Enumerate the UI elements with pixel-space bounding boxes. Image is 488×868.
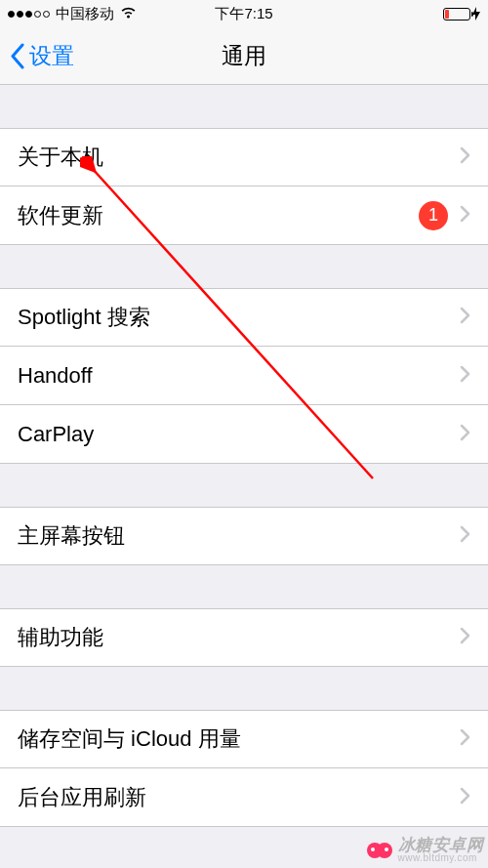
settings-row-label: 软件更新 [18, 201, 103, 230]
charging-icon [472, 7, 480, 21]
row-right [460, 726, 470, 752]
watermark: 冰糖安卓网 www.bltdmy.com [366, 837, 484, 863]
settings-row-label: CarPlay [18, 422, 94, 447]
settings-row[interactable]: 辅助功能 [0, 608, 488, 667]
settings-row-label: 辅助功能 [18, 623, 103, 652]
battery-icon [443, 8, 470, 21]
settings-content: 关于本机软件更新1Spotlight 搜索HandoffCarPlay主屏幕按钮… [0, 128, 488, 827]
settings-group: 辅助功能 [0, 608, 488, 667]
row-right [460, 422, 470, 447]
chevron-right-icon [460, 363, 470, 389]
page-title: 通用 [222, 41, 266, 71]
chevron-right-icon [460, 625, 470, 650]
settings-row[interactable]: Handoff [0, 347, 488, 405]
chevron-right-icon [460, 785, 470, 810]
row-right [460, 145, 470, 170]
row-right: 1 [419, 201, 470, 230]
chevron-right-icon [460, 726, 470, 752]
chevron-right-icon [460, 422, 470, 447]
settings-row-label: 主屏幕按钮 [18, 521, 125, 551]
settings-row[interactable]: Spotlight 搜索 [0, 288, 488, 347]
watermark-logo-icon [366, 841, 393, 860]
back-chevron-icon [10, 43, 25, 69]
settings-group: Spotlight 搜索HandoffCarPlay [0, 288, 488, 464]
status-left: 中国移动 [8, 5, 137, 23]
settings-group: 主屏幕按钮 [0, 507, 488, 565]
settings-row[interactable]: 软件更新1 [0, 186, 488, 245]
chevron-right-icon [460, 523, 470, 549]
row-right [460, 523, 470, 549]
settings-row-label: 储存空间与 iCloud 用量 [18, 724, 241, 754]
status-bar: 中国移动 下午7:15 [0, 0, 488, 27]
signal-strength-icon [8, 11, 50, 18]
watermark-text: 冰糖安卓网 [398, 837, 484, 853]
settings-row[interactable]: 后台应用刷新 [0, 768, 488, 827]
watermark-url: www.bltdmy.com [398, 853, 484, 863]
back-button[interactable]: 设置 [10, 41, 74, 71]
status-time: 下午7:15 [215, 5, 272, 23]
carrier-label: 中国移动 [56, 5, 114, 23]
svg-point-3 [371, 847, 375, 851]
status-right [443, 7, 480, 21]
settings-row[interactable]: CarPlay [0, 405, 488, 464]
settings-row-label: 关于本机 [18, 143, 103, 172]
settings-row[interactable]: 关于本机 [0, 128, 488, 186]
row-right [460, 625, 470, 650]
settings-group: 关于本机软件更新1 [0, 128, 488, 245]
back-label: 设置 [29, 41, 74, 71]
row-right [460, 785, 470, 810]
settings-group: 储存空间与 iCloud 用量后台应用刷新 [0, 710, 488, 827]
row-right [460, 363, 470, 389]
settings-row-label: 后台应用刷新 [18, 783, 146, 812]
svg-point-2 [377, 843, 392, 858]
wifi-icon [120, 6, 137, 22]
chevron-right-icon [460, 145, 470, 170]
settings-row-label: Spotlight 搜索 [18, 303, 150, 332]
svg-point-4 [385, 847, 388, 851]
settings-row[interactable]: 储存空间与 iCloud 用量 [0, 710, 488, 768]
chevron-right-icon [460, 305, 470, 330]
row-right [460, 305, 470, 330]
settings-row-label: Handoff [18, 363, 93, 389]
chevron-right-icon [460, 203, 470, 228]
nav-bar: 设置 通用 [0, 27, 488, 85]
settings-row[interactable]: 主屏幕按钮 [0, 507, 488, 565]
update-badge: 1 [419, 201, 448, 230]
